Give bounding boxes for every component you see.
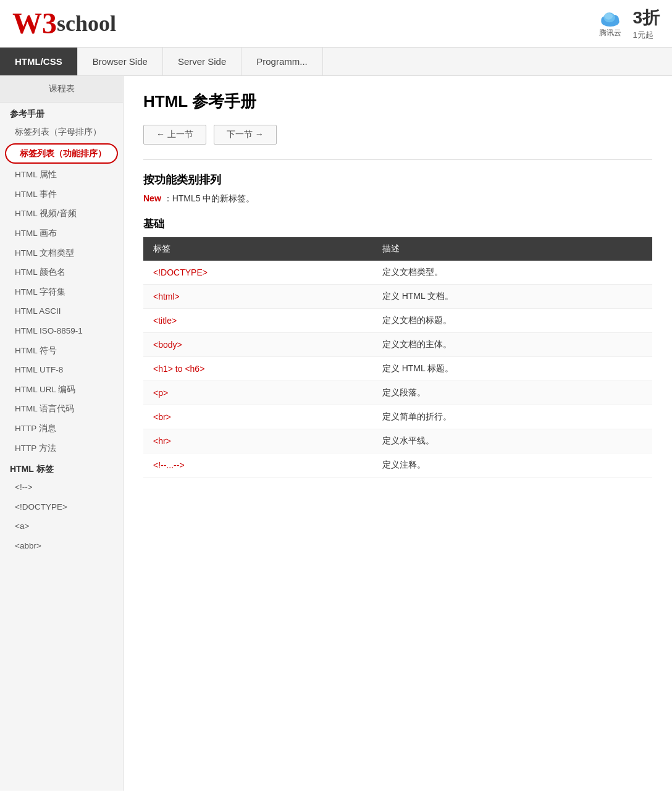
layout: 课程表 参考手册 标签列表（字母排序） 标签列表（功能排序） HTML 属性 H… [0, 76, 672, 791]
desc-cell: 定义简单的折行。 [372, 405, 652, 429]
header-right: 腾讯云 3折 1元起 [598, 6, 660, 41]
sidebar-item-html-ascii[interactable]: HTML ASCII [0, 301, 123, 321]
sidebar-item-html-events[interactable]: HTML 事件 [0, 185, 123, 204]
sidebar-section-html-tags: HTML 标签 [0, 458, 123, 477]
table-row: <!--...-->定义注释。 [143, 453, 652, 477]
sidebar-item-html-canvas[interactable]: HTML 画布 [0, 224, 123, 243]
sidebar: 课程表 参考手册 标签列表（字母排序） 标签列表（功能排序） HTML 属性 H… [0, 76, 124, 791]
tag-cell: <!DOCTYPE> [143, 261, 372, 285]
table-row: <title>定义文档的标题。 [143, 309, 652, 333]
tag-link[interactable]: <hr> [153, 436, 171, 446]
page-title: HTML 参考手册 [143, 91, 652, 112]
desc-cell: 定义注释。 [372, 453, 652, 477]
cloud-label: 腾讯云 [599, 28, 621, 38]
subsection-basics: 基础 [143, 217, 652, 231]
nav-item-browser-side[interactable]: Browser Side [78, 48, 163, 75]
tag-link[interactable]: <!DOCTYPE> [153, 267, 208, 277]
sidebar-item-http-msg[interactable]: HTTP 消息 [0, 419, 123, 439]
sidebar-item-tag-a[interactable]: <a> [0, 516, 123, 536]
cloud-icon [598, 9, 623, 28]
sidebar-item-html-attr[interactable]: HTML 属性 [0, 165, 123, 185]
sidebar-item-html-charset[interactable]: HTML 字符集 [0, 282, 123, 302]
tag-cell: <br> [143, 405, 372, 429]
desc-cell: 定义段落。 [372, 381, 652, 405]
sidebar-item-http-methods[interactable]: HTTP 方法 [0, 439, 123, 458]
sidebar-title: 课程表 [0, 76, 123, 103]
sidebar-item-html-symbols[interactable]: HTML 符号 [0, 341, 123, 361]
desc-cell: 定义文档类型。 [372, 261, 652, 285]
nav-buttons: ← 上一节 下一节 → [143, 125, 652, 145]
navbar: HTML/CSS Browser Side Server Side Progra… [0, 48, 672, 76]
sidebar-item-html-colors[interactable]: HTML 颜色名 [0, 263, 123, 282]
tag-cell: <html> [143, 285, 372, 309]
new-note-text: ：HTML5 中的新标签。 [164, 193, 255, 203]
sidebar-item-html-iso[interactable]: HTML ISO-8859-1 [0, 321, 123, 341]
ad-sub: 1元起 [632, 30, 660, 41]
table-row: <!DOCTYPE>定义文档类型。 [143, 261, 652, 285]
tag-link[interactable]: <p> [153, 388, 168, 398]
tag-cell: <p> [143, 381, 372, 405]
desc-cell: 定义文档的标题。 [372, 309, 652, 333]
sidebar-item-html-url[interactable]: HTML URL 编码 [0, 380, 123, 400]
tag-link[interactable]: <title> [153, 316, 177, 326]
sidebar-item-html-doctype[interactable]: HTML 文档类型 [0, 243, 123, 263]
sidebar-item-tags-alpha[interactable]: 标签列表（字母排序） [0, 122, 123, 142]
sidebar-item-tags-func[interactable]: 标签列表（功能排序） [5, 143, 118, 164]
tag-cell: <hr> [143, 429, 372, 453]
cloud-ad[interactable]: 腾讯云 [598, 9, 623, 38]
tag-link[interactable]: <h1> to <h6> [153, 364, 204, 374]
tag-link[interactable]: <br> [153, 412, 171, 422]
desc-cell: 定义水平线。 [372, 429, 652, 453]
sidebar-item-html-video[interactable]: HTML 视频/音频 [0, 204, 123, 224]
divider [143, 159, 652, 160]
table-row: <hr>定义水平线。 [143, 429, 652, 453]
section-title: 按功能类别排列 [143, 172, 652, 187]
table-row: <html>定义 HTML 文档。 [143, 285, 652, 309]
svg-point-4 [605, 13, 613, 20]
table-row: <body>定义文档的主体。 [143, 333, 652, 357]
desc-cell: 定义 HTML 文档。 [372, 285, 652, 309]
nav-item-server-side[interactable]: Server Side [163, 48, 242, 75]
logo-school-text: school [57, 11, 116, 36]
col-header-tag: 标签 [143, 237, 372, 261]
nav-item-html-css[interactable]: HTML/CSS [0, 48, 78, 75]
nav-item-programming[interactable]: Programm... [242, 48, 323, 75]
tag-cell: <body> [143, 333, 372, 357]
tag-link[interactable]: <html> [153, 292, 180, 301]
tag-cell: <title> [143, 309, 372, 333]
logo-w3-text: W3 [12, 9, 57, 38]
logo[interactable]: W3 school [12, 9, 116, 38]
table-row: <p>定义段落。 [143, 381, 652, 405]
tag-link[interactable]: <!--...--> [153, 460, 185, 470]
prev-button[interactable]: ← 上一节 [143, 125, 206, 145]
header: W3 school 腾讯云 3折 1元起 [0, 0, 672, 48]
desc-cell: 定义 HTML 标题。 [372, 357, 652, 381]
tag-cell: <!--...--> [143, 453, 372, 477]
next-button[interactable]: 下一节 → [214, 125, 277, 145]
sidebar-item-html-utf8[interactable]: HTML UTF-8 [0, 360, 123, 380]
table-row: <h1> to <h6>定义 HTML 标题。 [143, 357, 652, 381]
sidebar-item-tag-doctype[interactable]: <!DOCTYPE> [0, 497, 123, 517]
table-row: <br>定义简单的折行。 [143, 405, 652, 429]
new-note: New ：HTML5 中的新标签。 [143, 193, 652, 204]
sidebar-item-tag-comment[interactable]: <!--> [0, 477, 123, 497]
tag-link[interactable]: <body> [153, 340, 182, 350]
tag-cell: <h1> to <h6> [143, 357, 372, 381]
sidebar-item-tag-abbr[interactable]: <abbr> [0, 536, 123, 556]
sidebar-section-ref: 参考手册 [0, 103, 123, 122]
new-label: New [143, 193, 161, 203]
ad-number: 3折 [632, 8, 660, 27]
main-content: HTML 参考手册 ← 上一节 下一节 → 按功能类别排列 New ：HTML5… [124, 76, 672, 791]
col-header-desc: 描述 [372, 237, 652, 261]
sidebar-item-html-lang[interactable]: HTML 语言代码 [0, 399, 123, 419]
ad-block: 3折 1元起 [632, 6, 660, 41]
desc-cell: 定义文档的主体。 [372, 333, 652, 357]
reference-table: 标签 描述 <!DOCTYPE>定义文档类型。<html>定义 HTML 文档。… [143, 237, 652, 477]
